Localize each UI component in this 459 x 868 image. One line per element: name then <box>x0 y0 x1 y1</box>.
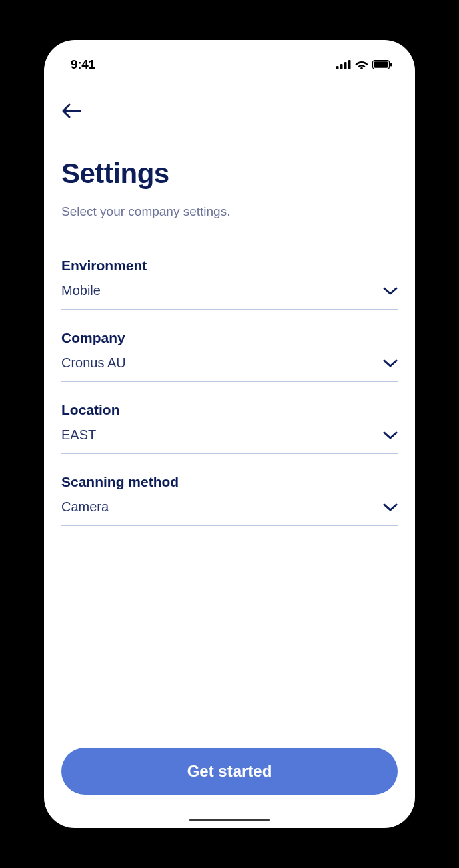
wifi-icon <box>355 60 368 69</box>
field-environment: Environment Mobile <box>61 258 398 310</box>
svg-rect-3 <box>348 60 351 69</box>
chevron-down-icon <box>383 359 398 367</box>
field-company: Company Cronus AU <box>61 330 398 382</box>
svg-rect-1 <box>340 64 343 69</box>
phone-frame: 9:41 Settings Select your company settin… <box>44 40 415 828</box>
nav-bar <box>44 83 415 126</box>
chevron-down-icon <box>383 431 398 439</box>
field-label: Location <box>61 402 398 418</box>
field-select-environment[interactable]: Mobile <box>61 283 398 310</box>
svg-rect-2 <box>344 62 347 69</box>
page-title: Settings <box>61 158 398 190</box>
battery-icon <box>372 60 392 69</box>
fields-list: Environment Mobile Company Cronus AU <box>61 258 398 526</box>
field-scanning-method: Scanning method Camera <box>61 474 398 526</box>
svg-rect-6 <box>374 61 388 67</box>
chevron-down-icon <box>383 287 398 295</box>
home-indicator <box>189 819 270 821</box>
field-label: Company <box>61 330 398 346</box>
get-started-button[interactable]: Get started <box>61 748 398 795</box>
field-select-company[interactable]: Cronus AU <box>61 355 398 382</box>
field-value: Camera <box>61 499 109 515</box>
field-location: Location EAST <box>61 402 398 454</box>
footer: Get started <box>44 748 415 813</box>
status-icons <box>336 60 392 69</box>
content: Settings Select your company settings. E… <box>44 126 415 748</box>
svg-point-4 <box>360 67 362 69</box>
field-label: Environment <box>61 258 398 274</box>
status-time: 9:41 <box>71 57 95 72</box>
cellular-signal-icon <box>336 60 351 69</box>
svg-rect-0 <box>336 66 339 69</box>
field-select-scanning-method[interactable]: Camera <box>61 499 398 526</box>
page-subtitle: Select your company settings. <box>61 204 398 219</box>
field-value: Mobile <box>61 283 101 298</box>
chevron-down-icon <box>383 503 398 511</box>
status-bar: 9:41 <box>44 47 415 83</box>
field-select-location[interactable]: EAST <box>61 427 398 454</box>
svg-rect-7 <box>390 63 392 67</box>
field-value: EAST <box>61 427 96 443</box>
arrow-left-icon <box>61 103 81 122</box>
field-label: Scanning method <box>61 474 398 490</box>
field-value: Cronus AU <box>61 355 126 371</box>
back-button[interactable] <box>61 99 88 126</box>
